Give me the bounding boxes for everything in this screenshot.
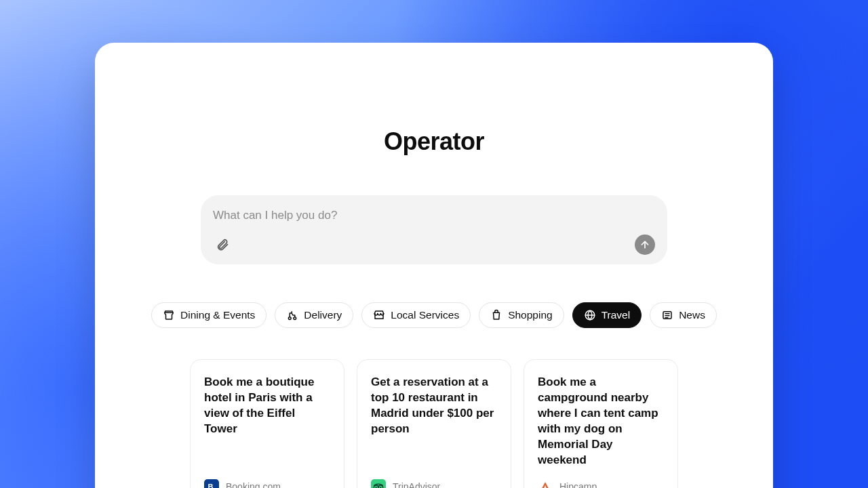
category-chips: Dining & Events Delivery Local Services … [95, 302, 773, 328]
chip-local-services[interactable]: Local Services [361, 302, 471, 328]
attach-button[interactable] [213, 235, 232, 254]
card-title: Get a reservation at a top 10 restaurant… [371, 375, 497, 437]
chip-label: Travel [601, 309, 631, 321]
main-panel: Operator Dining & Events Delivery [95, 43, 773, 488]
provider-name: TripAdvisor [393, 481, 440, 488]
prompt-input-box[interactable] [201, 195, 667, 264]
suggestion-cards: Book me a boutique hotel in Paris with a… [190, 359, 678, 488]
chip-news[interactable]: News [650, 302, 717, 328]
chip-label: Local Services [391, 309, 459, 321]
delivery-icon [286, 309, 298, 321]
chip-dining-events[interactable]: Dining & Events [151, 302, 267, 328]
suggestion-card[interactable]: Book me a campground nearby where I can … [524, 359, 678, 488]
chip-label: News [679, 309, 705, 321]
chip-shopping[interactable]: Shopping [479, 302, 564, 328]
storefront-icon [373, 309, 385, 321]
chip-travel[interactable]: Travel [572, 302, 642, 328]
newspaper-icon [661, 309, 673, 321]
chip-label: Shopping [508, 309, 553, 321]
tripadvisor-icon [371, 479, 386, 488]
provider-name: Booking.com [226, 481, 281, 488]
chip-label: Dining & Events [180, 309, 255, 321]
card-title: Book me a boutique hotel in Paris with a… [204, 375, 330, 437]
globe-icon [584, 309, 596, 321]
shopping-bag-icon [490, 309, 502, 321]
card-provider: Hipcamp [538, 479, 664, 488]
app-title: Operator [95, 127, 773, 156]
send-button[interactable] [635, 235, 655, 255]
arrow-up-icon [639, 239, 650, 250]
provider-name: Hipcamp [559, 481, 597, 488]
card-provider: TripAdvisor [371, 479, 497, 488]
card-title: Book me a campground nearby where I can … [538, 375, 664, 468]
svg-point-1 [294, 317, 296, 320]
chip-delivery[interactable]: Delivery [275, 302, 353, 328]
paperclip-icon [216, 238, 229, 251]
map-pin-icon [163, 309, 175, 321]
suggestion-card[interactable]: Book me a boutique hotel in Paris with a… [190, 359, 344, 488]
booking-icon: B. [204, 479, 219, 488]
svg-point-0 [289, 317, 292, 320]
card-provider: B. Booking.com [204, 479, 330, 488]
suggestion-card[interactable]: Get a reservation at a top 10 restaurant… [357, 359, 511, 488]
chip-label: Delivery [304, 309, 342, 321]
prompt-input[interactable] [213, 207, 655, 225]
hipcamp-icon [538, 479, 553, 488]
